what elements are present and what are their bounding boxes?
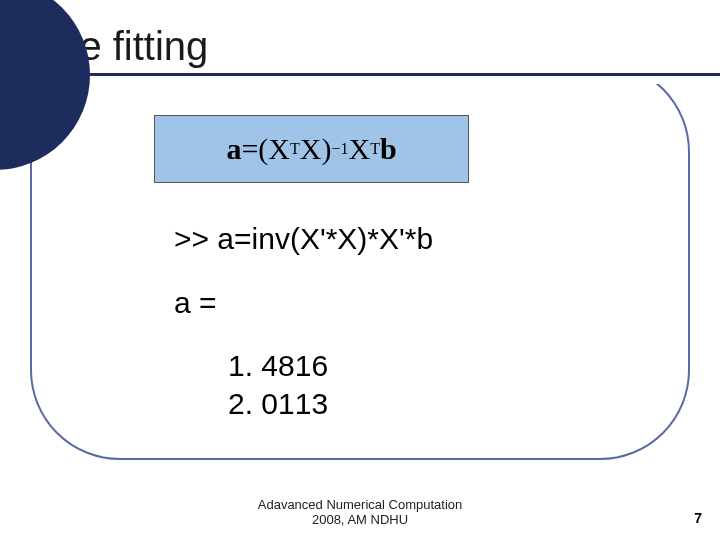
slide-title: Line fitting: [26, 24, 720, 73]
footer-line-1: Adavanced Numerical Computation: [0, 497, 720, 513]
formula-X3: X: [348, 132, 370, 166]
formula-a: a: [226, 132, 241, 166]
page-number: 7: [694, 510, 702, 526]
output-var: a =: [174, 284, 433, 322]
footer-line-2: 2008, AM NDHU: [0, 512, 720, 528]
output-values: 1. 4816 2. 0113: [174, 347, 433, 422]
formula-open-paren: (: [258, 132, 268, 166]
formula-eq: =: [241, 132, 258, 166]
output-value-1: 1. 4816: [228, 347, 433, 385]
output-value-2: 2. 0113: [228, 385, 433, 423]
formula-X1: X: [268, 132, 290, 166]
formula-X2: X: [300, 132, 322, 166]
slide: Line fitting a = ( X T X ) −1 X T b >> a…: [0, 0, 720, 540]
formula-box: a = ( X T X ) −1 X T b: [154, 115, 469, 183]
formula-close-paren: ): [321, 132, 331, 166]
title-underline: [26, 73, 720, 76]
matlab-command: >> a=inv(X'*X)*X'*b: [174, 220, 433, 258]
code-output: >> a=inv(X'*X)*X'*b a = 1. 4816 2. 0113: [174, 220, 433, 422]
formula-b: b: [380, 132, 397, 166]
footer: Adavanced Numerical Computation 2008, AM…: [0, 497, 720, 528]
title-bar: Line fitting: [0, 0, 720, 84]
